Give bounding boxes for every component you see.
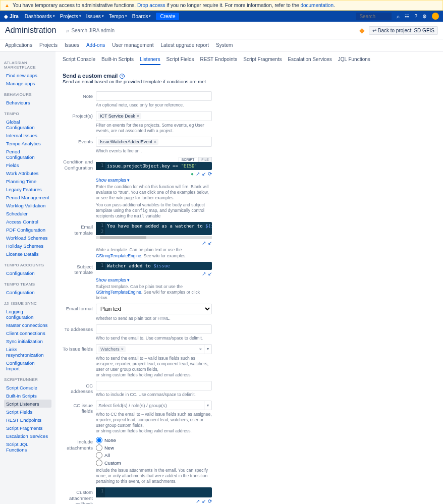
sidebar-item-work-attributes[interactable]: Work Attributes xyxy=(4,169,51,177)
nav-issues[interactable]: Issues ▾ xyxy=(86,14,104,19)
show-examples-link[interactable]: Show examples ▾ xyxy=(96,178,130,183)
sidebar-item-script-jql-functions[interactable]: Script JQL Functions xyxy=(4,440,51,454)
condition-editor[interactable]: 1 issue.projectObject.key == 'EISD' xyxy=(96,162,212,170)
scrollbar[interactable] xyxy=(96,236,212,239)
tab-add-ons[interactable]: Add-ons xyxy=(86,39,105,51)
sidebar-item-license-details[interactable]: License Details xyxy=(4,250,51,258)
sidebar-item-master-connections[interactable]: Master connections xyxy=(4,321,51,329)
nav-boards[interactable]: Boards ▾ xyxy=(132,14,151,19)
custom-callback-editor[interactable]: 1 xyxy=(96,487,212,497)
tab-projects[interactable]: Projects xyxy=(39,39,58,51)
sidebar-item-holiday-schemes[interactable]: Holiday Schemes xyxy=(4,242,51,250)
cc-issue-fields-select[interactable]: Select field(s) / role(s) / group(s) ▾ xyxy=(96,401,212,410)
collapse-icon[interactable]: ↙ xyxy=(202,498,206,504)
settings-icon[interactable]: ⚙ xyxy=(422,14,427,19)
attachment-radio-new[interactable] xyxy=(96,444,102,451)
collapse-icon[interactable]: ↙ xyxy=(202,171,206,177)
sidebar-item-sync-initialization[interactable]: Sync initialization xyxy=(4,337,51,345)
expand-icon[interactable]: ↗ xyxy=(202,240,206,246)
expand-icon[interactable]: ↗ xyxy=(202,271,206,276)
sidebar-item-tempo-analytics[interactable]: Tempo Analytics xyxy=(4,139,51,147)
admin-search[interactable]: ⌕ Search JIRA admin xyxy=(66,28,115,33)
projects-input[interactable]: ICT Service Desk× xyxy=(96,111,212,121)
sidebar-item-logging-configuration[interactable]: Logging configuration xyxy=(4,307,51,321)
email-format-select[interactable]: Plain text xyxy=(96,304,212,314)
attachment-radio-none[interactable] xyxy=(96,437,102,443)
events-input[interactable]: IssueWatcherAddedEvent× xyxy=(96,137,212,147)
chip-remove-icon[interactable]: × xyxy=(121,347,124,352)
sidebar-item-internal-issues[interactable]: Internal Issues xyxy=(4,131,51,139)
sidebar-item-worklog-validation[interactable]: Worklog Validation xyxy=(4,201,51,209)
email-template-editor[interactable]: 12 You have been added as a watcher to $… xyxy=(96,222,212,235)
chip-remove-icon[interactable]: × xyxy=(154,139,156,144)
subtab-rest-endpoints[interactable]: REST Endpoints xyxy=(200,57,238,65)
attachment-radio-all[interactable] xyxy=(96,452,102,459)
sidebar-item-manage-apps[interactable]: Manage apps xyxy=(4,79,51,87)
sidebar-item-script-console[interactable]: Script Console xyxy=(4,383,51,391)
tab-system[interactable]: System xyxy=(216,39,233,51)
file-tab[interactable]: FILE xyxy=(198,157,212,162)
run-icon[interactable]: ⟳ xyxy=(208,498,212,504)
sidebar-item-planning-time[interactable]: Planning Time xyxy=(4,177,51,185)
create-button[interactable]: Create xyxy=(156,13,179,20)
chevron-down-icon[interactable]: ▾ xyxy=(204,401,211,410)
chip-remove-icon[interactable]: × xyxy=(137,114,139,119)
feedback-icon[interactable]: ☷ xyxy=(405,14,409,19)
sidebar-item-scheduler[interactable]: Scheduler xyxy=(4,209,51,217)
global-search-input[interactable] xyxy=(356,13,392,20)
note-input[interactable] xyxy=(96,91,212,101)
collapse-icon[interactable]: ↙ xyxy=(208,240,212,246)
sidebar-item-client-connections[interactable]: Client connections xyxy=(4,329,51,337)
sidebar-item-script-listeners[interactable]: Script Listeners xyxy=(4,400,51,408)
nav-tempo[interactable]: Tempo ▾ xyxy=(109,14,127,19)
sidebar-item-script-fragments[interactable]: Script Fragments xyxy=(4,424,51,432)
drop-access-link[interactable]: Drop access xyxy=(137,3,165,8)
sidebar-item-workload-schemes[interactable]: Workload Schemes xyxy=(4,234,51,242)
back-to-project-button[interactable]: ↩ Back to project: SD GEIS xyxy=(369,26,438,35)
gstring-link[interactable]: GStringTemplateEngine xyxy=(96,290,141,295)
sidebar-item-period-management[interactable]: Period Management xyxy=(4,193,51,201)
help-icon[interactable]: ? xyxy=(414,14,417,19)
tab-latest-upgrade-report[interactable]: Latest upgrade report xyxy=(160,39,209,51)
to-addresses-input[interactable] xyxy=(96,324,212,334)
subtab-script-fields[interactable]: Script Fields xyxy=(167,57,194,65)
run-icon[interactable]: ⟳ xyxy=(208,171,212,177)
sidebar-item-behaviours[interactable]: Behaviours xyxy=(4,98,51,106)
subtab-built-in-scripts[interactable]: Built-in Scripts xyxy=(101,57,134,65)
subject-template-editor[interactable]: 1 Watcher added to $issue xyxy=(96,262,212,270)
sidebar-item-rest-endpoints[interactable]: REST Endpoints xyxy=(4,416,51,424)
tab-issues[interactable]: Issues xyxy=(65,39,79,51)
sidebar-item-configuration-import[interactable]: Configuration Import xyxy=(4,359,51,372)
script-tab[interactable]: SCRIPT xyxy=(179,157,198,162)
subtab-script-fragments[interactable]: Script Fragments xyxy=(243,57,282,65)
notification-icon[interactable]: ◆ xyxy=(359,26,365,34)
sidebar-item-fields[interactable]: Fields xyxy=(4,161,51,169)
sidebar-item-find-new-apps[interactable]: Find new apps xyxy=(4,71,51,79)
sidebar-item-access-control[interactable]: Access Control xyxy=(4,217,51,226)
tab-applications[interactable]: Applications xyxy=(5,39,32,51)
to-issue-fields-select[interactable]: Watchers× × ▾ xyxy=(96,344,212,354)
sidebar-item-escalation-services[interactable]: Escalation Services xyxy=(4,432,51,440)
documentation-link[interactable]: documentation xyxy=(300,3,334,8)
gstring-link[interactable]: GStringTemplateEngine xyxy=(96,253,141,258)
collapse-icon[interactable]: ↙ xyxy=(208,271,212,276)
show-examples-link[interactable]: Show examples ▾ xyxy=(96,277,130,283)
sidebar-item-built-in-scripts[interactable]: Built-in Scripts xyxy=(4,391,51,400)
sidebar-item-script-fields[interactable]: Script Fields xyxy=(4,408,51,416)
nav-projects[interactable]: Projects ▾ xyxy=(60,14,81,19)
nav-dashboards[interactable]: Dashboards ▾ xyxy=(25,14,55,19)
sidebar-item-configuration[interactable]: Configuration xyxy=(4,269,51,277)
subtab-listeners[interactable]: Listeners xyxy=(140,57,160,65)
expand-icon[interactable]: ↗ xyxy=(196,498,200,504)
clear-icon[interactable]: × xyxy=(197,345,204,354)
chevron-down-icon[interactable]: ▾ xyxy=(204,345,211,354)
cc-addresses-input[interactable] xyxy=(96,381,212,390)
sidebar-item-legacy-features[interactable]: Legacy Features xyxy=(4,185,51,193)
avatar[interactable] xyxy=(432,13,439,20)
jira-logo[interactable]: ◆Jira xyxy=(4,14,19,19)
sidebar-item-period-configuration[interactable]: Period Configuration xyxy=(4,147,51,161)
subtab-jql-functions[interactable]: JQL Functions xyxy=(338,57,370,65)
sidebar-item-configuration[interactable]: Configuration xyxy=(4,288,51,296)
sidebar-item-pdf-configuration[interactable]: PDF Configuration xyxy=(4,226,51,234)
subtab-escalation-services[interactable]: Escalation Services xyxy=(288,57,331,65)
